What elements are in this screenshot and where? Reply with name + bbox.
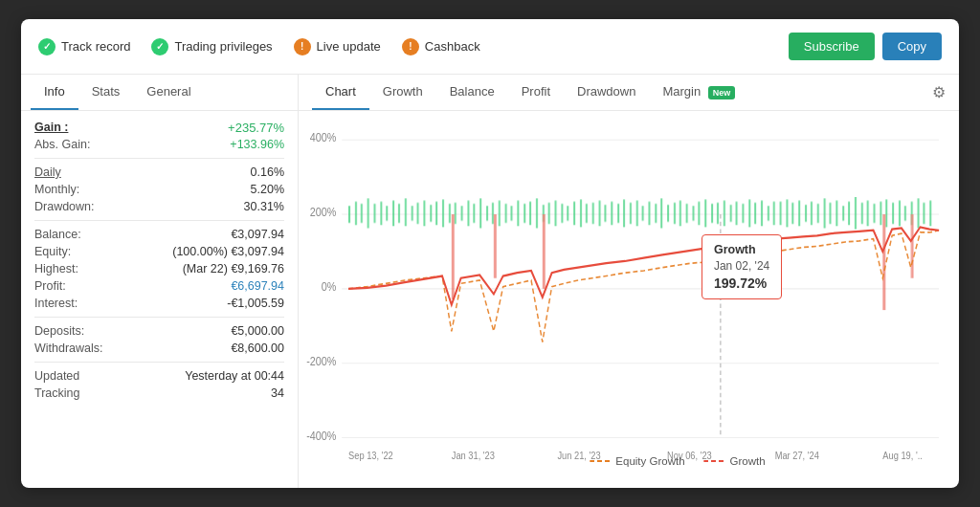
filter-icon[interactable]: ⚙ — [932, 83, 946, 101]
svg-text:200%: 200% — [310, 207, 337, 219]
balance-row: Balance: €3,097.94 — [34, 228, 284, 241]
svg-rect-89 — [786, 199, 788, 227]
svg-rect-103 — [874, 204, 876, 223]
balance-value: €3,097.94 — [231, 228, 284, 241]
highest-row: Highest: (Mar 22) €9,169.76 — [34, 262, 284, 276]
abs-gain-value: +133.96% — [230, 138, 284, 151]
monthly-value: 5.20% — [251, 183, 284, 196]
tab-chart[interactable]: Chart — [312, 75, 369, 110]
equity-row: Equity: (100.00%) €3,097.94 — [34, 245, 284, 258]
svg-rect-110 — [918, 198, 920, 228]
svg-rect-42 — [511, 206, 513, 221]
legend-growth: Growth — [704, 455, 766, 467]
cashback-label: Cashback — [425, 39, 480, 54]
svg-rect-64 — [648, 202, 650, 225]
svg-rect-32 — [449, 204, 451, 223]
svg-text:Mar 27, '24: Mar 27, '24 — [775, 450, 820, 461]
svg-rect-22 — [386, 206, 388, 221]
copy-button[interactable]: Copy — [882, 33, 942, 60]
svg-rect-54 — [586, 204, 588, 223]
daily-row: Daily 0.16% — [34, 165, 284, 179]
deposits-label: Deposits: — [34, 324, 84, 338]
svg-rect-60 — [623, 199, 625, 227]
gain-value: +235.77% — [228, 121, 284, 135]
tab-balance[interactable]: Balance — [436, 75, 508, 110]
tab-info[interactable]: Info — [31, 75, 78, 110]
svg-rect-61 — [630, 203, 632, 224]
svg-rect-75 — [717, 203, 719, 224]
tab-growth[interactable]: Growth — [369, 75, 436, 110]
tab-stats[interactable]: Stats — [78, 75, 134, 110]
svg-text:400%: 400% — [310, 132, 337, 144]
withdrawals-row: Withdrawals: €8,600.00 — [34, 342, 284, 355]
profit-row: Profit: €6,697.94 — [34, 279, 284, 293]
svg-rect-79 — [742, 204, 744, 223]
svg-rect-33 — [455, 203, 457, 224]
chart-container: 400% 200% 0% -200% -400% Sep 13, '22 — [306, 119, 944, 480]
abs-gain-row: Abs. Gain: +133.96% — [34, 138, 284, 151]
svg-rect-85 — [452, 214, 455, 299]
svg-rect-23 — [392, 201, 394, 227]
svg-rect-18 — [361, 204, 363, 223]
svg-rect-88 — [780, 202, 782, 225]
svg-rect-28 — [423, 201, 425, 227]
svg-rect-68 — [674, 203, 676, 224]
svg-rect-84 — [773, 202, 775, 225]
tab-margin[interactable]: Margin New — [649, 75, 748, 110]
svg-rect-49 — [555, 201, 557, 227]
svg-rect-90 — [791, 203, 793, 224]
svg-rect-112 — [929, 201, 931, 227]
main-card: ✓ Track record ✓ Trading privileges ! Li… — [21, 19, 959, 488]
svg-rect-91 — [798, 201, 800, 227]
svg-rect-51 — [567, 206, 568, 221]
svg-rect-69 — [679, 201, 681, 227]
subscribe-button[interactable]: Subscribe — [789, 33, 875, 60]
svg-rect-101 — [861, 203, 863, 224]
svg-text:-200%: -200% — [306, 355, 336, 367]
svg-rect-37 — [479, 198, 481, 228]
status-cashback: ! Cashback — [402, 38, 480, 55]
right-panel: Chart Growth Balance Profit Drawdown Mar… — [299, 75, 959, 488]
svg-rect-93 — [811, 202, 813, 225]
withdrawals-label: Withdrawals: — [34, 342, 103, 355]
tab-drawdown[interactable]: Drawdown — [564, 75, 649, 110]
svg-rect-62 — [636, 201, 638, 227]
svg-rect-53 — [580, 199, 582, 227]
status-live-update: ! Live update — [294, 38, 381, 55]
svg-rect-100 — [855, 197, 857, 229]
svg-rect-40 — [499, 201, 501, 227]
svg-rect-80 — [748, 199, 750, 227]
svg-rect-50 — [561, 204, 563, 223]
svg-rect-67 — [667, 205, 669, 222]
svg-rect-102 — [867, 201, 869, 227]
legend-equity-growth: Equity Growth — [590, 455, 684, 467]
svg-rect-27 — [417, 203, 419, 224]
svg-rect-39 — [492, 203, 494, 224]
svg-rect-24 — [398, 204, 400, 223]
tab-profit[interactable]: Profit — [508, 75, 564, 110]
legend-line-growth — [704, 460, 725, 462]
svg-rect-96 — [830, 203, 832, 224]
right-tabs: Chart Growth Balance Profit Drawdown Mar… — [299, 75, 959, 111]
top-bar-buttons: Subscribe Copy — [789, 33, 942, 60]
tab-general[interactable]: General — [133, 75, 204, 110]
svg-rect-35 — [467, 201, 469, 227]
svg-rect-19 — [368, 198, 369, 228]
equity-label: Equity: — [34, 245, 71, 258]
withdrawals-value: €8,600.00 — [231, 342, 284, 355]
svg-rect-16 — [348, 206, 350, 223]
svg-rect-55 — [592, 203, 594, 224]
tracking-row: Tracking 34 — [34, 386, 284, 400]
svg-rect-113 — [882, 214, 885, 310]
svg-rect-43 — [517, 201, 519, 227]
legend-equity-label: Equity Growth — [615, 455, 684, 467]
check-icon-track: ✓ — [38, 38, 56, 55]
highest-value: (Mar 22) €9,169.76 — [183, 262, 284, 276]
svg-rect-46 — [536, 198, 538, 228]
svg-rect-92 — [805, 205, 807, 222]
svg-rect-29 — [430, 205, 432, 222]
svg-rect-87 — [543, 214, 546, 289]
svg-rect-107 — [899, 201, 901, 227]
left-stats-content: Gain : +235.77% Abs. Gain: +133.96% Dail… — [21, 111, 298, 488]
svg-rect-83 — [768, 206, 769, 221]
